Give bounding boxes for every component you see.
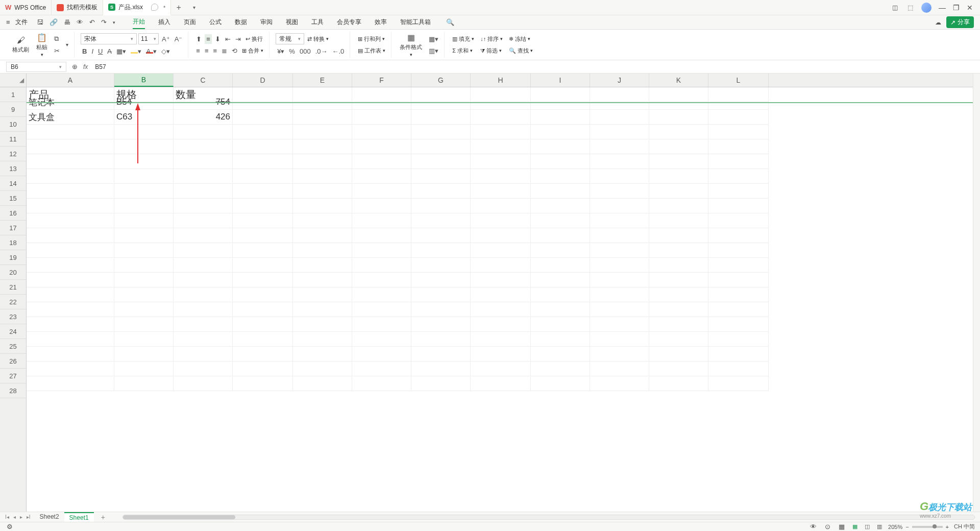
decrease-indent-icon[interactable]: ⇤ <box>224 34 232 44</box>
cell[interactable] <box>233 273 293 287</box>
fx-icon[interactable]: fx <box>83 63 88 70</box>
cell[interactable] <box>233 213 293 228</box>
align-left-icon[interactable]: ≡ <box>194 46 202 56</box>
increase-indent-icon[interactable]: ⇥ <box>234 34 242 44</box>
row-header[interactable]: 10 <box>0 117 26 132</box>
row-header[interactable]: 24 <box>0 324 26 339</box>
cell[interactable] <box>649 332 708 347</box>
maximize-button[interactable]: ❐ <box>953 4 960 12</box>
sheet-nav-first-icon[interactable]: I◂ <box>5 514 9 520</box>
cell[interactable] <box>27 332 114 347</box>
row-header[interactable]: 26 <box>0 354 26 369</box>
cell[interactable] <box>27 376 114 391</box>
formula-input[interactable]: B57 <box>92 62 974 72</box>
cell[interactable] <box>471 376 531 391</box>
menu-页面[interactable]: 页面 <box>184 16 196 29</box>
cell[interactable] <box>471 199 531 213</box>
cell[interactable] <box>471 361 531 376</box>
cell[interactable] <box>352 243 411 258</box>
menu-智能工具箱[interactable]: 智能工具箱 <box>400 16 431 29</box>
print-icon[interactable]: 🖶 <box>64 18 70 26</box>
cell[interactable] <box>531 376 590 391</box>
cell[interactable] <box>293 228 352 243</box>
cloud-icon[interactable]: ☁ <box>935 19 941 26</box>
cell[interactable] <box>531 169 590 184</box>
cell[interactable] <box>708 184 769 199</box>
cell[interactable] <box>649 154 708 169</box>
cell[interactable] <box>352 258 411 273</box>
cell[interactable] <box>708 154 769 169</box>
cell[interactable] <box>293 347 352 361</box>
view-page-icon[interactable]: ◫ <box>864 523 871 530</box>
col-header-B[interactable]: B <box>114 74 174 87</box>
currency-icon[interactable]: ¥▾ <box>276 46 286 56</box>
avatar[interactable] <box>921 3 932 13</box>
cell[interactable] <box>649 110 708 125</box>
cell[interactable] <box>293 184 352 199</box>
cell[interactable] <box>233 169 293 184</box>
cell[interactable] <box>590 317 649 332</box>
name-box[interactable]: B6▾ <box>6 62 66 72</box>
col-header-I[interactable]: I <box>531 74 590 87</box>
cell[interactable] <box>114 273 174 287</box>
panel-icon[interactable]: ◫ <box>891 4 899 12</box>
cell[interactable] <box>114 302 174 317</box>
cell[interactable] <box>174 213 233 228</box>
tab-menu-icon[interactable]: • <box>163 4 165 11</box>
cell[interactable] <box>352 302 411 317</box>
cell[interactable] <box>471 154 531 169</box>
cell[interactable] <box>531 347 590 361</box>
cell[interactable] <box>27 199 114 213</box>
cell[interactable] <box>708 110 769 125</box>
scrollbar-thumb[interactable] <box>123 515 235 519</box>
font-name-select[interactable]: 宋体▾ <box>81 33 137 44</box>
cell[interactable] <box>590 273 649 287</box>
fill-button[interactable]: ▥填充▾ <box>451 34 476 44</box>
underline-icon[interactable]: U <box>96 46 104 56</box>
cell[interactable] <box>411 228 471 243</box>
col-header-K[interactable]: K <box>649 74 708 87</box>
qat-dropdown-icon[interactable]: ▾ <box>113 20 115 25</box>
row-header[interactable]: 9 <box>0 102 26 117</box>
cell[interactable] <box>649 302 708 317</box>
row-header[interactable]: 22 <box>0 295 26 309</box>
decrease-font-icon[interactable]: A⁻ <box>173 34 184 44</box>
cell[interactable] <box>114 169 174 184</box>
cell[interactable] <box>590 287 649 302</box>
align-center-icon[interactable]: ≡ <box>203 46 210 56</box>
cell[interactable] <box>174 169 233 184</box>
col-header-H[interactable]: H <box>471 74 531 87</box>
row-header[interactable]: 28 <box>0 383 26 398</box>
cell[interactable] <box>649 273 708 287</box>
cell[interactable] <box>27 139 114 154</box>
cell[interactable] <box>233 258 293 273</box>
cell[interactable] <box>352 184 411 199</box>
zoom-in-icon[interactable]: + <box>946 524 949 530</box>
cell[interactable] <box>114 139 174 154</box>
fill-color-icon[interactable]: ▾ <box>129 46 143 56</box>
decrease-decimal-icon[interactable]: ←.0 <box>330 46 346 56</box>
row-header[interactable]: 1 <box>0 87 26 102</box>
tab-wps-home[interactable]: W WPS Office <box>0 0 52 15</box>
cell[interactable] <box>174 332 233 347</box>
menu-会员专享[interactable]: 会员专享 <box>337 16 361 29</box>
col-header-J[interactable]: J <box>590 74 649 87</box>
paste-button[interactable]: 📋粘贴▾ <box>34 32 50 58</box>
align-right-icon[interactable]: ≡ <box>212 46 219 56</box>
view-break-icon[interactable]: ▥ <box>876 523 883 530</box>
cell[interactable] <box>174 287 233 302</box>
table-style-icon[interactable]: ▥▾ <box>427 46 440 56</box>
menu-效率[interactable]: 效率 <box>375 16 387 29</box>
save-icon[interactable]: 🖫 <box>37 18 43 26</box>
cell[interactable] <box>411 273 471 287</box>
cell[interactable] <box>649 139 708 154</box>
cell[interactable] <box>233 154 293 169</box>
orientation-icon[interactable]: ⟲ <box>230 46 239 56</box>
sheet-nav-next-icon[interactable]: ▸ <box>20 514 22 520</box>
cell[interactable] <box>233 199 293 213</box>
cell[interactable] <box>708 376 769 391</box>
cell[interactable] <box>708 169 769 184</box>
cell[interactable] <box>471 332 531 347</box>
cell[interactable] <box>708 347 769 361</box>
cell[interactable] <box>411 139 471 154</box>
